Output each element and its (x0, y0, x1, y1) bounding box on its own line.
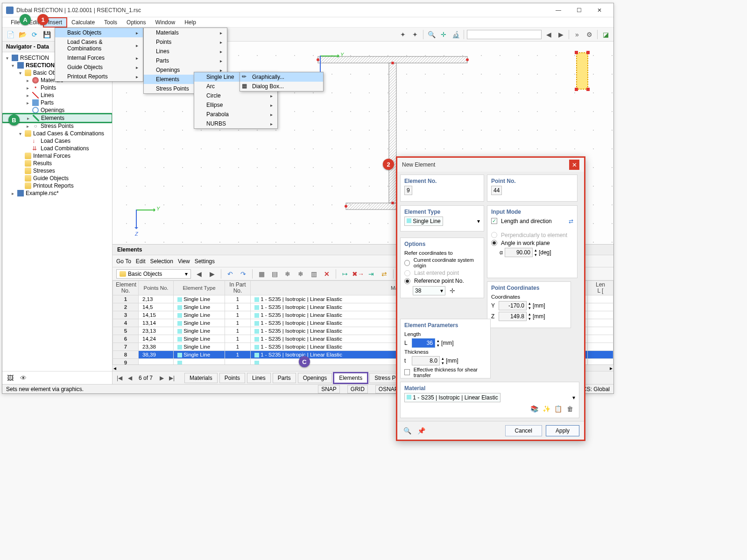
bp-view[interactable]: View (178, 258, 190, 265)
chk-eff-thickness[interactable] (404, 369, 410, 375)
next-page-icon[interactable]: ▶ (157, 375, 166, 381)
delete-icon[interactable]: ✕ (322, 269, 332, 279)
tree-guide-objects[interactable]: Guide Objects (2, 175, 112, 182)
tool-icon[interactable]: ✦ (410, 29, 420, 40)
alpha-field[interactable]: 90.00 (505, 248, 533, 257)
help-icon[interactable]: 🔍 (402, 426, 412, 436)
tab-points[interactable]: Points (219, 373, 245, 383)
tree-stress-points[interactable]: ▸○Stress Points (2, 122, 112, 130)
nav-next-icon[interactable]: ▶ (207, 269, 217, 279)
thickness-field[interactable]: 8.0 (412, 356, 440, 365)
thumbnail-icon[interactable]: 🖼 (5, 373, 15, 383)
dialog-close-button[interactable]: ✕ (569, 160, 579, 170)
grid2-icon[interactable]: ▤ (269, 269, 280, 279)
material-select[interactable]: 1 - S235 | Isotropic | Linear Elastic▾ (404, 393, 500, 402)
status-snap[interactable]: SNAP (318, 385, 340, 393)
maximize-button[interactable]: ☐ (569, 4, 589, 17)
save-icon[interactable]: 💾 (42, 29, 52, 40)
library-icon[interactable]: 📚 (529, 404, 540, 414)
pick-point-icon[interactable]: ✛ (447, 286, 458, 296)
tree-load-cases[interactable]: ↓Load Cases (2, 137, 112, 145)
tree-results[interactable]: Results (2, 160, 112, 167)
view-icon[interactable]: ◪ (600, 29, 611, 40)
refpt-select[interactable]: 38▾ (413, 286, 445, 295)
elem-ellipse[interactable]: Ellipse▸ (194, 100, 277, 110)
rad-origin[interactable] (404, 260, 410, 266)
snow1-icon[interactable]: ❄ (282, 269, 293, 279)
y-field[interactable]: -170.0 (499, 301, 527, 310)
zoom-icon[interactable]: 🔍 (426, 29, 437, 40)
rad-angle[interactable] (491, 240, 497, 246)
tree-load-combinations[interactable]: ⇊Load Combinations (2, 145, 112, 152)
tree-parts[interactable]: ▸Parts (2, 99, 112, 106)
tree-internal-forces[interactable]: Internal Forces (2, 152, 112, 160)
tree-stresses[interactable]: Stresses (2, 167, 112, 175)
pin-icon[interactable]: 📌 (416, 426, 426, 436)
copy-icon[interactable]: 📋 (553, 404, 564, 414)
menu-window[interactable]: Window (150, 18, 180, 27)
tab-elements[interactable]: Elements (334, 373, 367, 383)
tree-lines[interactable]: ▸Lines (2, 91, 112, 99)
menu-help[interactable]: Help (180, 18, 201, 27)
insert-guide-objects[interactable]: Guide Objects▸ (55, 63, 143, 72)
nav-prev-icon[interactable]: ◀ (194, 269, 204, 279)
tab-openings[interactable]: Openings (298, 373, 332, 383)
nav-next-icon[interactable]: ▶ (556, 29, 566, 40)
sl-dialog-box[interactable]: ▦Dialog Box... (240, 82, 323, 91)
tab-parts[interactable]: Parts (273, 373, 296, 383)
menu-calculate[interactable]: Calculate (67, 18, 99, 27)
insert-internal-forces[interactable]: Internal Forces▸ (55, 53, 143, 63)
tree-printout-reports[interactable]: Printout Reports (2, 182, 112, 189)
elem-nurbs[interactable]: NURBS▸ (194, 119, 277, 128)
point-no-field[interactable]: 44 (491, 186, 502, 195)
eye-icon[interactable]: 👁 (18, 373, 28, 383)
nav-prev-icon[interactable]: ◀ (543, 29, 554, 40)
import-icon[interactable]: ⇥ (366, 269, 376, 279)
snow2-icon[interactable]: ❄ (296, 269, 306, 279)
delete-material-icon[interactable]: 🗑 (565, 404, 575, 414)
zoom-axes-icon[interactable]: ✛ (438, 29, 449, 40)
open-icon[interactable]: 📂 (17, 29, 28, 40)
apply-button[interactable]: Apply (546, 425, 579, 436)
element-type-select[interactable]: Single Line▾ (404, 217, 443, 226)
tab-materials[interactable]: Materials (184, 373, 218, 383)
insert-basic-objects[interactable]: Basic Objects▸ (55, 28, 143, 37)
sort-icon[interactable]: ⇄ (379, 269, 389, 279)
elem-circle[interactable]: Circle▸ (194, 91, 277, 100)
more-icon[interactable]: » (572, 29, 582, 40)
bp-selection[interactable]: Selection (150, 258, 173, 265)
new-material-icon[interactable]: ✨ (541, 404, 551, 414)
grid-icon[interactable]: ▦ (256, 269, 267, 279)
export-icon[interactable]: ↦ (340, 269, 350, 279)
bp-goto[interactable]: Go To (116, 258, 131, 265)
basic-materials[interactable]: Materials▸ (144, 28, 227, 37)
tree-example[interactable]: ▸Example.rsc* (2, 189, 112, 197)
bp-settings[interactable]: Settings (195, 258, 215, 265)
minimize-button[interactable]: — (548, 4, 569, 17)
delete-row-icon[interactable]: ✖→ (353, 269, 363, 279)
insert-lcc[interactable]: Load Cases & Combinations▸ (55, 37, 143, 53)
tree-lcc[interactable]: ▾Load Cases & Combinations (2, 130, 112, 137)
refresh-icon[interactable]: ⟳ (29, 29, 40, 40)
rad-refpt[interactable] (404, 278, 410, 284)
element-no-field[interactable]: 9 (404, 186, 412, 195)
basic-points[interactable]: Points▸ (144, 37, 227, 47)
status-grid[interactable]: GRID (347, 385, 368, 393)
settings-icon[interactable]: ⚙ (584, 29, 594, 40)
menu-tools[interactable]: Tools (99, 18, 122, 27)
sl-graphically[interactable]: ✏Graphically... (240, 72, 323, 82)
new-icon[interactable]: 📄 (5, 29, 15, 40)
prev-page-icon[interactable]: ◀ (126, 375, 134, 381)
microscope-icon[interactable]: 🔬 (451, 29, 461, 40)
menu-options[interactable]: Options (122, 18, 150, 27)
table-icon[interactable]: ▥ (309, 269, 319, 279)
first-page-icon[interactable]: |◀ (115, 375, 124, 381)
undo-icon[interactable]: ↶ (225, 269, 235, 279)
swap-icon[interactable]: ⇄ (569, 218, 573, 224)
basic-lines[interactable]: Lines▸ (144, 47, 227, 56)
tab-lines[interactable]: Lines (247, 373, 271, 383)
insert-printout-reports[interactable]: Printout Reports▸ (55, 72, 143, 81)
z-field[interactable]: 149.8 (499, 312, 527, 321)
tree-openings[interactable]: Openings (2, 106, 112, 114)
last-page-icon[interactable]: ▶| (168, 375, 176, 381)
